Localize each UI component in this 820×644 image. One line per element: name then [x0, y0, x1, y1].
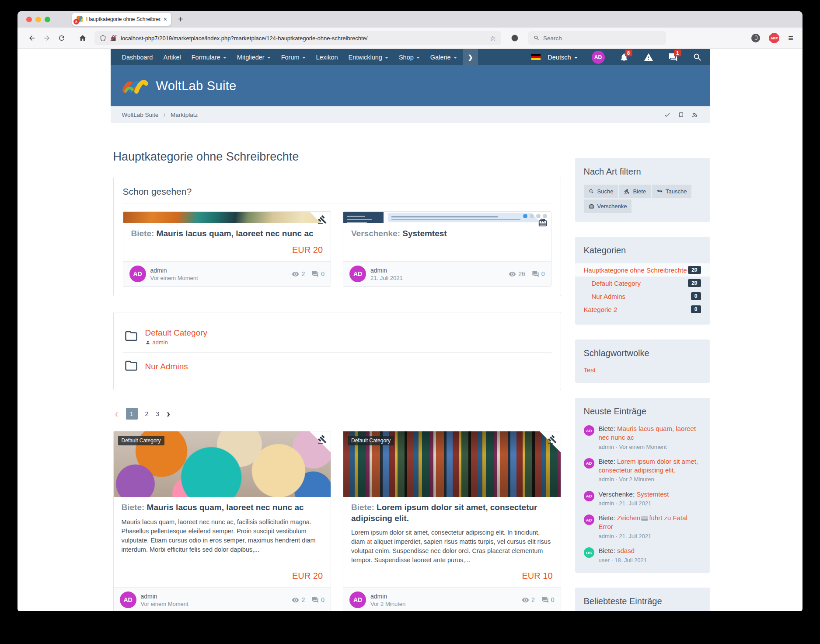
list-item[interactable]: US Biete: sdasd user · 18. Juli 2021: [584, 546, 701, 564]
new-tab-button[interactable]: +: [178, 14, 183, 24]
search-button[interactable]: [685, 49, 710, 65]
breadcrumb-home[interactable]: WoltLab Suite: [122, 112, 159, 118]
conversations-button[interactable]: 1: [661, 49, 685, 65]
nav-item-formulare[interactable]: Formulare: [186, 49, 232, 65]
nav-item-entwicklung[interactable]: Entwicklung: [343, 49, 394, 65]
back-icon[interactable]: [24, 32, 39, 45]
entry-title-link[interactable]: Mauris lacus quam, laoreet nec nunc ac: [147, 503, 304, 512]
shield-icon[interactable]: [100, 35, 106, 42]
tab-favicon-icon: 8: [76, 16, 83, 23]
search-term-highlight: at: [366, 538, 372, 545]
entry-card-1[interactable]: Default Category Biete: Mauris lacus qua…: [113, 431, 331, 611]
entry-type-label: Biete:: [122, 503, 145, 512]
author-name[interactable]: admin: [370, 267, 403, 274]
mark-read-check-icon[interactable]: [664, 112, 670, 118]
user-avatar[interactable]: AD: [592, 51, 605, 64]
chevron-down-icon: [267, 57, 271, 59]
language-selector[interactable]: Deutsch: [531, 54, 584, 61]
nav-overflow-button[interactable]: ❯: [463, 49, 478, 65]
category-badge[interactable]: Default Category: [118, 436, 164, 445]
entry-link[interactable]: Systemtest: [636, 490, 669, 498]
entry-title-link[interactable]: Mauris lacus quam, laoreet nec nunc ac: [157, 229, 314, 238]
moderation-button[interactable]: [636, 49, 661, 65]
breadcrumb-marktplatz[interactable]: Marktplatz: [171, 112, 198, 118]
reload-icon[interactable]: [54, 32, 69, 45]
category-author-link[interactable]: admin: [153, 339, 168, 346]
forward-icon[interactable]: [39, 32, 54, 45]
insecure-lock-icon[interactable]: [110, 35, 117, 42]
maximize-window-button[interactable]: [45, 17, 50, 22]
page-2-button[interactable]: 2: [145, 410, 149, 417]
adblock-extension-icon[interactable]: ABP: [769, 33, 779, 43]
avatar[interactable]: AD: [129, 266, 146, 282]
seen-card-1[interactable]: Biete: Mauris lacus quam, laoreet nec nu…: [123, 211, 331, 287]
filter-suche-button[interactable]: Suche: [584, 185, 618, 198]
list-item[interactable]: AD Biete: Mauris lacus quam, laoreet nec…: [584, 424, 701, 451]
avatar[interactable]: AD: [584, 491, 594, 501]
seen-card-2[interactable]: Verschenke: Systemtest AD admin 21. Juli…: [343, 211, 551, 287]
nav-item-dashboard[interactable]: Dashboard: [117, 49, 158, 65]
menu-hamburger-icon[interactable]: ≡: [788, 33, 793, 43]
avatar[interactable]: AD: [584, 514, 594, 525]
category-badge[interactable]: Default Category: [348, 436, 394, 445]
bookmark-star-icon[interactable]: ☆: [490, 34, 496, 42]
page-next-icon[interactable]: ›: [167, 410, 170, 418]
tab-close-icon[interactable]: ×: [164, 16, 167, 23]
nav-item-shop[interactable]: Shop: [394, 49, 425, 65]
minimize-window-button[interactable]: [35, 17, 41, 22]
author-name[interactable]: admin: [141, 593, 188, 600]
sidebar-category-default[interactable]: Default Category 20: [584, 276, 701, 290]
filter-biete-button[interactable]: Biete: [619, 185, 651, 198]
password-extension-icon[interactable]: [751, 34, 760, 42]
views-eye-icon: [292, 596, 299, 604]
browser-tab[interactable]: 8 Hauptkategorie ohne Schreibrec ×: [72, 13, 171, 26]
sidebar-category-kategorie2[interactable]: Kategorie 2 0: [584, 303, 701, 316]
site-title[interactable]: WoltLab Suite: [156, 79, 237, 93]
entry-link[interactable]: sdasd: [617, 547, 635, 554]
category-link[interactable]: Nur Admins: [145, 362, 188, 371]
avatar[interactable]: AD: [584, 425, 594, 436]
url-bar[interactable]: localhost-php7/2019/marketplace/index.ph…: [94, 31, 501, 45]
url-text[interactable]: localhost-php7/2019/marketplace/index.ph…: [121, 35, 486, 42]
list-item[interactable]: AD Biete: Lorem ipsum dolor sit amet, co…: [584, 457, 701, 483]
notifications-button[interactable]: 8: [612, 49, 636, 65]
exchange-arrows-icon: [657, 189, 663, 194]
author-name[interactable]: admin: [150, 267, 198, 274]
filter-tausche-button[interactable]: Tausche: [652, 185, 691, 198]
nav-item-galerie[interactable]: Galerie: [425, 49, 462, 65]
woltlab-logo-icon[interactable]: [122, 76, 148, 96]
category-row-nuradmins[interactable]: Nur Admins: [123, 352, 551, 381]
nav-item-forum[interactable]: Forum: [276, 49, 311, 65]
tag-link[interactable]: Test: [584, 366, 596, 374]
avatar[interactable]: AD: [349, 266, 366, 282]
list-item[interactable]: AD Biete: Zeichenführt zu Fatal Error ad…: [584, 514, 701, 540]
entry-title-link[interactable]: Systemtest: [402, 229, 447, 238]
home-icon[interactable]: [75, 32, 90, 45]
bookmark-icon[interactable]: [678, 112, 684, 118]
list-item[interactable]: AD Verschenke: Systemtest admin · 21. Ju…: [584, 490, 701, 508]
close-window-button[interactable]: [26, 17, 32, 22]
views-eye-icon: [522, 596, 529, 604]
page-3-button[interactable]: 3: [156, 410, 159, 417]
rss-icon[interactable]: [692, 112, 698, 118]
carousel-dots[interactable]: [523, 214, 547, 218]
avatar[interactable]: AD: [349, 592, 366, 608]
sidebar-category-nuradmins[interactable]: Nur Admins 0: [584, 290, 701, 303]
entry-meta: user · 18. Juli 2021: [599, 556, 647, 564]
nav-item-lexikon[interactable]: Lexikon: [311, 49, 343, 65]
category-link[interactable]: Default Category: [145, 328, 208, 338]
entry-card-2[interactable]: Default Category Biete: Lorem ipsum dolo…: [343, 431, 561, 611]
search-bar[interactable]: Search: [528, 31, 666, 45]
pocket-icon[interactable]: [507, 32, 522, 45]
sidebar-category-hauptkategorie[interactable]: Hauptkategorie ohne Schreibrechte 20: [575, 263, 710, 276]
entry-title-link[interactable]: Lorem ipsum dolor sit amet, consectetur …: [351, 503, 537, 522]
avatar[interactable]: AD: [584, 458, 594, 469]
avatar[interactable]: AD: [120, 592, 136, 608]
nav-item-artikel[interactable]: Artikel: [158, 49, 186, 65]
author-name[interactable]: admin: [370, 593, 405, 600]
avatar[interactable]: US: [584, 547, 594, 558]
filter-verschenke-button[interactable]: Verschenke: [584, 200, 632, 213]
nav-item-mitglieder[interactable]: Mitglieder: [232, 49, 276, 65]
page-1-button[interactable]: 1: [126, 408, 138, 420]
category-row-default[interactable]: Default Category admin: [123, 322, 551, 352]
